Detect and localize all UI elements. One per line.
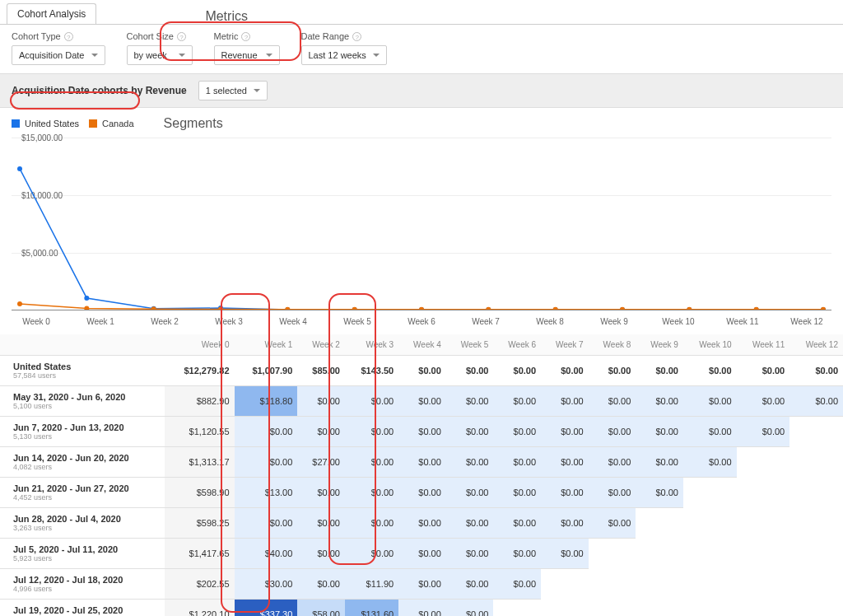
svg-point-18 [352, 307, 357, 310]
table-header: Week 1 [235, 334, 298, 356]
svg-point-25 [821, 307, 826, 310]
table-row: Jul 12, 2020 - Jul 18, 20204,996 users$2… [0, 569, 843, 600]
chevron-down-icon [91, 54, 98, 57]
table-header: Week 2 [297, 334, 345, 356]
filter-cohort-type: Cohort Type? Acquisition Date [12, 31, 105, 65]
dropdown-cohort-size[interactable]: by week [127, 45, 193, 65]
help-icon[interactable]: ? [177, 32, 186, 41]
help-icon[interactable]: ? [352, 32, 361, 41]
table-row: Jun 7, 2020 - Jun 13, 20205,130 users$1,… [0, 417, 843, 447]
table-header: Week 12 [789, 334, 843, 356]
filter-date-range: Date Range? Last 12 weeks [301, 31, 387, 65]
cohort-chart: $15,000.00$10,000.00$5,000.00 [12, 138, 831, 310]
svg-point-24 [754, 307, 759, 310]
table-header: Week 10 [683, 334, 737, 356]
table-row: May 31, 2020 - Jun 6, 20205,100 users$88… [0, 386, 843, 417]
table-header: Week 3 [345, 334, 398, 356]
help-icon[interactable]: ? [241, 32, 250, 41]
annotation-segments: Segments [164, 116, 223, 131]
table-header: Week 9 [636, 334, 683, 356]
svg-point-13 [17, 301, 22, 306]
filter-cohort-size: Cohort Size? by week [127, 31, 193, 65]
chevron-down-icon [179, 54, 185, 57]
chart-x-axis: Week 0Week 1Week 2Week 3Week 4Week 5Week… [12, 317, 831, 326]
table-header: Week 11 [737, 334, 790, 356]
table-total-row: United States57,584 users$12,279.82$1,00… [0, 356, 843, 386]
svg-point-20 [486, 307, 491, 310]
table-header: Week 4 [398, 334, 446, 356]
table-header: Week 6 [493, 334, 541, 356]
tab-bar: Cohort Analysis Metrics [0, 0, 843, 25]
table-row: Jun 21, 2020 - Jun 27, 20204,452 users$5… [0, 478, 843, 508]
table-header: Week 5 [446, 334, 494, 356]
chevron-down-icon [266, 54, 272, 57]
svg-point-23 [687, 307, 692, 310]
svg-point-17 [285, 307, 290, 310]
legend-item[interactable]: Canada [89, 119, 134, 128]
svg-point-22 [620, 307, 625, 310]
table-header: Week 7 [541, 334, 589, 356]
annotation-metrics: Metrics [205, 9, 248, 24]
table-row: Jun 14, 2020 - Jun 20, 20204,082 users$1… [0, 447, 843, 478]
chevron-down-icon [254, 89, 260, 92]
table-header: Week 0 [165, 334, 235, 356]
legend: United StatesCanada Segments [0, 108, 843, 134]
table-row: Jul 19, 2020 - Jul 25, 20204,895 users$1… [0, 600, 843, 617]
subbar-title: Acquisition Date cohorts by Revenue [12, 85, 187, 96]
table-row: Jun 28, 2020 - Jul 4, 20203,263 users$59… [0, 508, 843, 539]
dropdown-metric[interactable]: Revenue [214, 45, 280, 65]
chevron-down-icon [373, 54, 380, 57]
svg-point-19 [419, 307, 424, 310]
table-header: Week 8 [589, 334, 636, 356]
dropdown-selected-count[interactable]: 1 selected [198, 81, 268, 100]
legend-item[interactable]: United States [12, 119, 79, 128]
svg-point-21 [553, 307, 558, 310]
filter-metric: Metric? Revenue [214, 31, 280, 65]
tab-cohort-analysis[interactable]: Cohort Analysis [7, 3, 96, 24]
svg-point-1 [84, 296, 89, 301]
filter-bar: Cohort Type? Acquisition Date Cohort Siz… [0, 25, 843, 73]
dropdown-date-range[interactable]: Last 12 weeks [301, 45, 387, 65]
sub-bar: Acquisition Date cohorts by Revenue 1 se… [0, 73, 843, 108]
svg-point-0 [17, 166, 22, 171]
table-row: Jul 5, 2020 - Jul 11, 20205,923 users$1,… [0, 539, 843, 569]
svg-point-14 [84, 306, 89, 310]
dropdown-cohort-type[interactable]: Acquisition Date [12, 45, 105, 65]
cohort-table: Week 0Week 1Week 2Week 3Week 4Week 5Week… [0, 334, 843, 616]
table-header [0, 334, 165, 356]
help-icon[interactable]: ? [64, 32, 73, 41]
